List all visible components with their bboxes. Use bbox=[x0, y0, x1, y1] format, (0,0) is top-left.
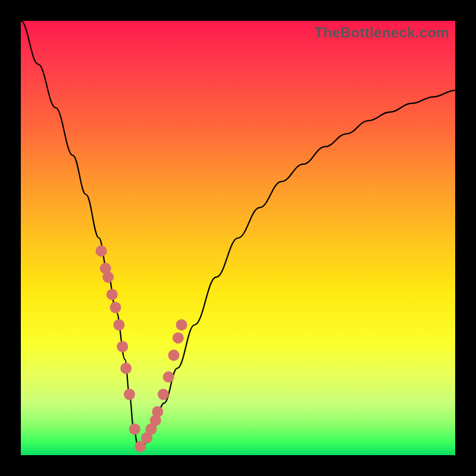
highlight-dot bbox=[176, 320, 187, 331]
bottleneck-curve bbox=[21, 21, 455, 446]
highlight-dot bbox=[168, 350, 180, 361]
highlight-dot bbox=[110, 302, 121, 313]
highlight-dots bbox=[96, 245, 187, 452]
highlight-dot bbox=[120, 363, 131, 374]
highlight-dot bbox=[158, 389, 169, 400]
highlight-dot bbox=[129, 424, 140, 435]
highlight-dot bbox=[163, 371, 174, 383]
highlight-dot bbox=[117, 341, 128, 352]
chart-svg bbox=[21, 21, 455, 455]
highlight-dot bbox=[173, 332, 184, 343]
plot-area: TheBottleneck.com bbox=[21, 21, 455, 455]
highlight-dot bbox=[114, 320, 125, 331]
highlight-dot bbox=[124, 389, 135, 400]
chart-frame: TheBottleneck.com bbox=[0, 0, 476, 476]
highlight-dot bbox=[152, 406, 163, 418]
highlight-dot bbox=[96, 245, 107, 256]
highlight-dot bbox=[107, 289, 118, 300]
highlight-dot bbox=[102, 271, 114, 283]
